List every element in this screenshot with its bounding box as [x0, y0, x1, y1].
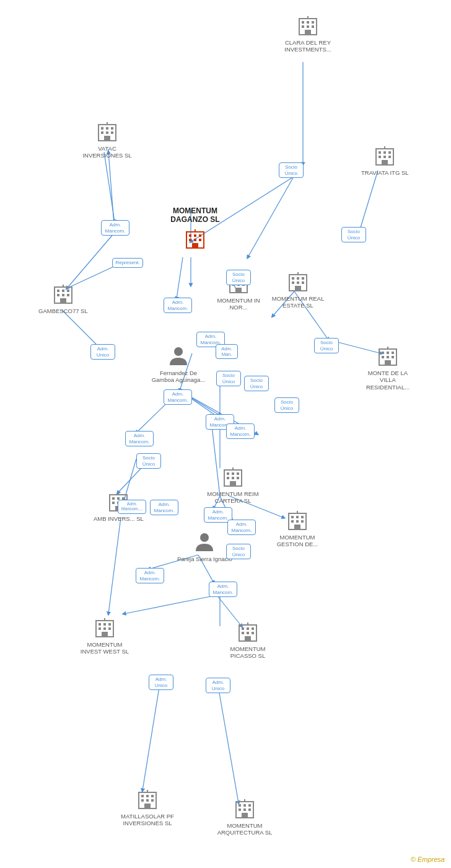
- svg-rect-38: [307, 21, 309, 24]
- svg-rect-123: [232, 477, 234, 479]
- node-invest-west[interactable]: MOMENTUM INVEST WEST SL: [77, 616, 133, 655]
- svg-rect-96: [67, 294, 69, 296]
- svg-rect-161: [151, 799, 154, 802]
- node-reim[interactable]: MOMENTUM REIM CARTERA SL: [205, 465, 261, 505]
- svg-rect-141: [99, 627, 101, 630]
- badge-adm-mancom-2[interactable]: Adm.Mancom.: [164, 298, 192, 313]
- svg-rect-140: [108, 623, 111, 626]
- svg-rect-168: [239, 808, 241, 811]
- svg-rect-152: [252, 632, 254, 634]
- svg-rect-59: [106, 131, 108, 134]
- building-icon-traviata: [373, 144, 396, 167]
- svg-rect-105: [392, 356, 394, 358]
- svg-rect-84: [302, 277, 304, 280]
- label-clara-del-rey: CLARA DEL REY INVESTMENTS...: [280, 39, 336, 53]
- badge-adm-mancom-4[interactable]: Adm.Man.: [216, 344, 238, 359]
- node-vatac[interactable]: VATAC INVERSIONES SL: [79, 120, 135, 159]
- svg-rect-149: [252, 627, 254, 630]
- svg-rect-94: [57, 294, 59, 296]
- badge-socio-unico-9[interactable]: SocioÚnico: [314, 338, 339, 353]
- node-traviata[interactable]: TRAVIATA ITG SL: [361, 144, 409, 176]
- svg-rect-160: [146, 799, 149, 802]
- label-pareja: Pareja Sierra Ignacio: [177, 556, 232, 562]
- building-icon-clara: [296, 14, 320, 37]
- svg-rect-55: [101, 127, 103, 130]
- badge-adm-mancom-10[interactable]: Adm.Mancom.: [226, 423, 255, 439]
- svg-rect-40: [302, 25, 304, 28]
- svg-rect-91: [57, 290, 59, 292]
- node-pareja[interactable]: Pareja Sierra Ignacio: [177, 530, 232, 562]
- node-fernandez[interactable]: Fernandez De Gamboa Aguinaga...: [151, 344, 206, 384]
- badge-socio-unico-4[interactable]: SocioÚnico: [216, 371, 241, 386]
- building-icon-invest-west: [93, 616, 116, 639]
- label-traviata: TRAVIATA ITG SL: [361, 169, 409, 176]
- svg-rect-51: [388, 156, 391, 158]
- svg-rect-166: [243, 804, 246, 807]
- svg-line-2: [104, 152, 115, 222]
- badge-represent[interactable]: Represent.: [112, 258, 143, 268]
- badge-adm-unico-3[interactable]: Adm.Unico: [206, 678, 230, 693]
- svg-rect-88: [295, 286, 301, 291]
- svg-rect-143: [108, 627, 111, 630]
- badge-adm-mancom-6[interactable]: Adm.Mancom.: [125, 431, 154, 446]
- badge-adm-mancom-7[interactable]: Adm.Mancom....: [118, 500, 146, 514]
- badge-adm-mancom-8[interactable]: Adm.Mancom.: [150, 500, 178, 515]
- label-reim: MOMENTUM REIM CARTERA SL: [205, 490, 261, 505]
- badge-socio-unico-7[interactable]: SocioÚnico: [136, 453, 161, 469]
- svg-rect-61: [104, 136, 110, 141]
- badge-socio-unico-8[interactable]: SocioÚnico: [226, 544, 251, 559]
- badge-adm-mancom-13[interactable]: Adm.Mancom.: [209, 582, 237, 597]
- svg-rect-48: [388, 151, 391, 154]
- svg-rect-39: [312, 21, 314, 24]
- building-icon-gambesco: [51, 282, 75, 306]
- svg-rect-66: [199, 234, 201, 237]
- badge-socio-unico-2[interactable]: SocioÚnico: [341, 227, 366, 242]
- node-picasso[interactable]: MOMENTUM PICASSO SL: [220, 620, 276, 660]
- badge-adm-mancom-14[interactable]: Adm.Mancom.: [136, 568, 164, 583]
- node-clara-del-rey[interactable]: CLARA DEL REY INVESTMENTS...: [280, 14, 336, 53]
- svg-rect-86: [297, 281, 299, 284]
- node-momentum-daganzo[interactable]: MOMENTUM DAGANZO SL: [167, 205, 223, 250]
- badge-adm-mancom-1[interactable]: Adm.Mancom.: [101, 220, 129, 236]
- svg-line-14: [124, 595, 217, 614]
- node-gambesco[interactable]: GAMBESCO77 SL: [38, 282, 88, 314]
- badge-socio-unico-3[interactable]: SocioÚnico: [226, 270, 251, 285]
- svg-rect-119: [227, 472, 229, 475]
- badge-adm-unico-2[interactable]: Adm.Unico: [149, 675, 173, 690]
- svg-rect-131: [291, 520, 294, 523]
- svg-rect-156: [141, 795, 144, 797]
- svg-rect-87: [302, 281, 304, 284]
- svg-rect-42: [312, 25, 314, 28]
- person-icon-pareja: [193, 530, 216, 554]
- svg-rect-52: [382, 160, 388, 165]
- label-amb: AMB INVERS... SL: [94, 515, 144, 522]
- node-monte-villa[interactable]: MONTE DE LA VILLA RESIDENTIAL...: [360, 344, 416, 391]
- connections-svg: [0, 0, 451, 868]
- svg-rect-151: [247, 632, 249, 634]
- label-monte-villa: MONTE DE LA VILLA RESIDENTIAL...: [360, 370, 416, 391]
- svg-rect-132: [296, 520, 299, 523]
- badge-adm-mancom-12[interactable]: Adm.Mancom.: [227, 520, 256, 535]
- badge-socio-unico-1[interactable]: SocioÚnico: [279, 162, 304, 178]
- svg-rect-153: [245, 636, 251, 641]
- svg-rect-92: [62, 290, 64, 292]
- svg-rect-43: [305, 30, 311, 35]
- svg-rect-142: [103, 627, 106, 630]
- svg-rect-138: [99, 623, 101, 626]
- svg-rect-171: [242, 813, 248, 818]
- badge-adm-mancom-5[interactable]: Adm.Mancom.: [164, 389, 192, 405]
- svg-rect-58: [101, 131, 103, 134]
- label-real-estate: MOMENTUM REAL ESTATE SL: [270, 295, 326, 309]
- svg-rect-47: [383, 151, 386, 154]
- node-real-estate[interactable]: MOMENTUM REAL ESTATE SL: [270, 270, 326, 309]
- svg-rect-49: [379, 156, 381, 158]
- badge-adm-unico-1[interactable]: Adm.Unico: [90, 344, 115, 360]
- svg-rect-85: [292, 281, 294, 284]
- node-matillasolar[interactable]: MATILLASOLAR PF INVERSIONES SL: [120, 787, 175, 827]
- svg-rect-134: [294, 525, 300, 529]
- node-gestion[interactable]: MOMENTUM GESTION DE...: [269, 508, 325, 548]
- building-icon-picasso: [236, 620, 260, 644]
- badge-socio-unico-6[interactable]: SocioÚnico: [274, 397, 299, 413]
- badge-socio-unico-5[interactable]: SocioÚnico: [244, 376, 269, 391]
- node-arquitectura[interactable]: MOMENTUM ARQUITECTURA SL: [217, 797, 273, 836]
